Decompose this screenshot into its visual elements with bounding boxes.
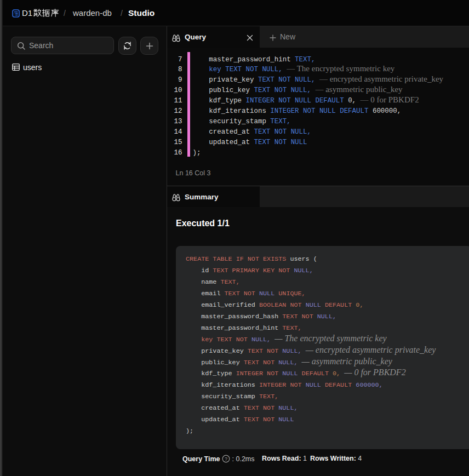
svg-text:?: ? [225,456,227,462]
